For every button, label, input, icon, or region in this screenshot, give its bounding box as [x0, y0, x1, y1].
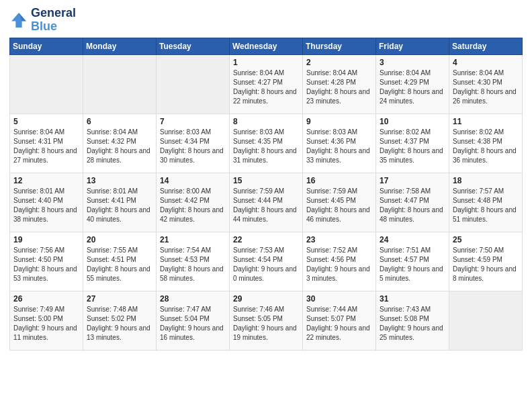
calendar-week-1: 1Sunrise: 8:04 AM Sunset: 4:27 PM Daylig… [10, 54, 523, 113]
day-info: Sunrise: 7:53 AM Sunset: 4:54 PM Dayligh… [233, 246, 299, 283]
day-info: Sunrise: 7:54 AM Sunset: 4:53 PM Dayligh… [160, 246, 226, 283]
page-container: General Blue SundayMondayTuesdayWednesda… [0, 0, 532, 360]
calendar-cell [10, 54, 83, 113]
day-number: 26 [13, 294, 79, 304]
calendar-cell: 24Sunrise: 7:51 AM Sunset: 4:57 PM Dayli… [376, 232, 449, 291]
calendar-week-5: 26Sunrise: 7:49 AM Sunset: 5:00 PM Dayli… [10, 291, 523, 350]
calendar-cell: 4Sunrise: 8:04 AM Sunset: 4:30 PM Daylig… [449, 54, 523, 113]
calendar-cell: 16Sunrise: 7:59 AM Sunset: 4:45 PM Dayli… [303, 173, 376, 232]
calendar-cell: 26Sunrise: 7:49 AM Sunset: 5:00 PM Dayli… [10, 291, 83, 350]
calendar-cell [157, 54, 230, 113]
calendar-cell [449, 291, 523, 350]
day-info: Sunrise: 7:51 AM Sunset: 4:57 PM Dayligh… [380, 246, 445, 283]
calendar-cell: 7Sunrise: 8:03 AM Sunset: 4:34 PM Daylig… [157, 113, 230, 173]
day-number: 24 [380, 235, 445, 244]
day-number: 10 [380, 117, 445, 126]
day-info: Sunrise: 8:02 AM Sunset: 4:37 PM Dayligh… [380, 128, 445, 165]
day-info: Sunrise: 8:04 AM Sunset: 4:27 PM Dayligh… [233, 68, 299, 106]
calendar-cell: 13Sunrise: 8:01 AM Sunset: 4:41 PM Dayli… [83, 173, 157, 232]
calendar-cell: 5Sunrise: 8:04 AM Sunset: 4:31 PM Daylig… [10, 113, 83, 173]
day-info: Sunrise: 8:04 AM Sunset: 4:29 PM Dayligh… [380, 68, 445, 106]
day-info: Sunrise: 8:04 AM Sunset: 4:30 PM Dayligh… [453, 68, 519, 106]
calendar-cell: 19Sunrise: 7:56 AM Sunset: 4:50 PM Dayli… [10, 232, 83, 291]
weekday-header-sunday: Sunday [10, 38, 83, 54]
calendar-cell: 6Sunrise: 8:04 AM Sunset: 4:32 PM Daylig… [83, 113, 157, 173]
day-info: Sunrise: 7:55 AM Sunset: 4:51 PM Dayligh… [87, 246, 152, 283]
day-number: 31 [380, 294, 445, 304]
calendar-cell: 12Sunrise: 8:01 AM Sunset: 4:40 PM Dayli… [10, 173, 83, 232]
calendar-cell: 31Sunrise: 7:43 AM Sunset: 5:08 PM Dayli… [376, 291, 449, 350]
day-number: 22 [233, 235, 299, 244]
calendar-table: SundayMondayTuesdayWednesdayThursdayFrid… [9, 38, 523, 351]
calendar-cell: 17Sunrise: 7:58 AM Sunset: 4:47 PM Dayli… [376, 173, 449, 232]
day-number: 8 [233, 117, 299, 126]
calendar-cell: 2Sunrise: 8:04 AM Sunset: 4:28 PM Daylig… [303, 54, 376, 113]
logo-icon [9, 11, 28, 30]
calendar-cell: 28Sunrise: 7:47 AM Sunset: 5:04 PM Dayli… [157, 291, 230, 350]
calendar-cell: 14Sunrise: 8:00 AM Sunset: 4:42 PM Dayli… [157, 173, 230, 232]
day-info: Sunrise: 7:56 AM Sunset: 4:50 PM Dayligh… [13, 246, 79, 283]
calendar-cell: 30Sunrise: 7:44 AM Sunset: 5:07 PM Dayli… [303, 291, 376, 350]
day-info: Sunrise: 7:57 AM Sunset: 4:48 PM Dayligh… [453, 187, 519, 224]
day-number: 15 [233, 176, 299, 185]
day-info: Sunrise: 7:43 AM Sunset: 5:08 PM Dayligh… [380, 305, 445, 342]
calendar-cell: 27Sunrise: 7:48 AM Sunset: 5:02 PM Dayli… [83, 291, 157, 350]
calendar-cell: 25Sunrise: 7:50 AM Sunset: 4:59 PM Dayli… [449, 232, 523, 291]
day-info: Sunrise: 8:04 AM Sunset: 4:32 PM Dayligh… [87, 128, 152, 165]
weekday-header-wednesday: Wednesday [230, 38, 303, 54]
day-info: Sunrise: 8:04 AM Sunset: 4:31 PM Dayligh… [13, 128, 79, 165]
day-info: Sunrise: 7:48 AM Sunset: 5:02 PM Dayligh… [87, 305, 152, 342]
day-number: 6 [87, 117, 152, 126]
day-number: 1 [233, 58, 299, 67]
day-number: 4 [453, 58, 519, 67]
day-number: 9 [306, 117, 372, 126]
day-info: Sunrise: 8:03 AM Sunset: 4:34 PM Dayligh… [160, 128, 226, 165]
calendar-cell: 8Sunrise: 8:03 AM Sunset: 4:35 PM Daylig… [230, 113, 303, 173]
day-number: 3 [380, 58, 445, 67]
calendar-cell: 20Sunrise: 7:55 AM Sunset: 4:51 PM Dayli… [83, 232, 157, 291]
day-number: 25 [453, 235, 519, 244]
weekday-header-tuesday: Tuesday [157, 38, 230, 54]
calendar-cell: 21Sunrise: 7:54 AM Sunset: 4:53 PM Dayli… [157, 232, 230, 291]
day-number: 16 [306, 176, 372, 185]
calendar-cell: 22Sunrise: 7:53 AM Sunset: 4:54 PM Dayli… [230, 232, 303, 291]
day-number: 30 [306, 294, 372, 304]
day-number: 7 [160, 117, 226, 126]
calendar-cell: 10Sunrise: 8:02 AM Sunset: 4:37 PM Dayli… [376, 113, 449, 173]
day-info: Sunrise: 8:00 AM Sunset: 4:42 PM Dayligh… [160, 187, 226, 224]
day-number: 28 [160, 294, 226, 304]
day-number: 14 [160, 176, 226, 185]
day-info: Sunrise: 7:58 AM Sunset: 4:47 PM Dayligh… [380, 187, 445, 224]
calendar-cell: 29Sunrise: 7:46 AM Sunset: 5:05 PM Dayli… [230, 291, 303, 350]
weekday-header-row: SundayMondayTuesdayWednesdayThursdayFrid… [10, 38, 523, 54]
calendar-week-3: 12Sunrise: 8:01 AM Sunset: 4:40 PM Dayli… [10, 173, 523, 232]
day-info: Sunrise: 8:02 AM Sunset: 4:38 PM Dayligh… [453, 128, 519, 165]
day-info: Sunrise: 7:47 AM Sunset: 5:04 PM Dayligh… [160, 305, 226, 342]
calendar-cell: 9Sunrise: 8:03 AM Sunset: 4:36 PM Daylig… [303, 113, 376, 173]
day-number: 27 [87, 294, 152, 304]
day-number: 19 [13, 235, 79, 244]
day-info: Sunrise: 8:01 AM Sunset: 4:40 PM Dayligh… [13, 187, 79, 224]
day-number: 20 [87, 235, 152, 244]
logo-text: General Blue [31, 7, 76, 34]
day-number: 5 [13, 117, 79, 126]
day-number: 12 [13, 176, 79, 185]
weekday-header-monday: Monday [83, 38, 157, 54]
calendar-week-2: 5Sunrise: 8:04 AM Sunset: 4:31 PM Daylig… [10, 113, 523, 173]
day-info: Sunrise: 7:52 AM Sunset: 4:56 PM Dayligh… [306, 246, 372, 283]
calendar-cell: 18Sunrise: 7:57 AM Sunset: 4:48 PM Dayli… [449, 173, 523, 232]
weekday-header-friday: Friday [376, 38, 449, 54]
day-number: 13 [87, 176, 152, 185]
day-info: Sunrise: 8:03 AM Sunset: 4:35 PM Dayligh… [233, 128, 299, 165]
weekday-header-saturday: Saturday [449, 38, 523, 54]
day-info: Sunrise: 7:59 AM Sunset: 4:44 PM Dayligh… [233, 187, 299, 224]
day-info: Sunrise: 7:49 AM Sunset: 5:00 PM Dayligh… [13, 305, 79, 342]
day-number: 23 [306, 235, 372, 244]
day-info: Sunrise: 7:46 AM Sunset: 5:05 PM Dayligh… [233, 305, 299, 342]
calendar-week-4: 19Sunrise: 7:56 AM Sunset: 4:50 PM Dayli… [10, 232, 523, 291]
day-number: 21 [160, 235, 226, 244]
calendar-cell: 1Sunrise: 8:04 AM Sunset: 4:27 PM Daylig… [230, 54, 303, 113]
weekday-header-thursday: Thursday [303, 38, 376, 54]
day-number: 18 [453, 176, 519, 185]
day-info: Sunrise: 8:01 AM Sunset: 4:41 PM Dayligh… [87, 187, 152, 224]
